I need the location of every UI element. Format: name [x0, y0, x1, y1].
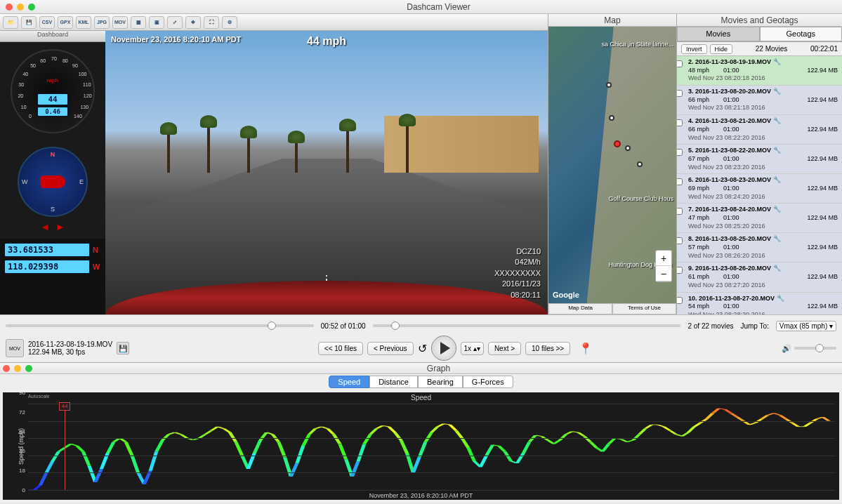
volume-slider[interactable] — [794, 347, 836, 350]
graph-tab-distance[interactable]: Distance — [369, 376, 418, 388]
open-folder-icon[interactable]: 📁 — [3, 16, 18, 29]
graph-x-axis-label: November 23, 2016 8:20:10 AM PDT — [3, 492, 839, 499]
graph-tab-gforces[interactable]: G-Forces — [463, 376, 513, 388]
tab-movies[interactable]: Movies — [677, 27, 760, 41]
movie-checkbox[interactable] — [677, 90, 683, 97]
svg-line-20 — [150, 451, 157, 470]
movie-list-item[interactable]: 7. 2016-11-23-08-24-20.MOV 🔧47 mph01:001… — [677, 204, 842, 233]
compass: N S E W ◄ ► — [0, 140, 105, 239]
svg-line-13 — [107, 442, 114, 453]
movie-duration: 01:00 — [723, 155, 807, 164]
map-viewport[interactable]: sa Chica ,in State larine... Golf Course… — [548, 27, 676, 303]
jumpto-select[interactable]: Vmax (85 mph) ▾ — [776, 321, 836, 331]
export-csv-button[interactable]: CSV — [39, 16, 55, 29]
graph-section-title: Graph — [38, 364, 839, 373]
close-icon[interactable] — [3, 365, 10, 372]
zoom-icon[interactable] — [28, 4, 35, 11]
wrench-icon[interactable]: 🔧 — [773, 117, 781, 126]
save-file-icon[interactable]: 💾 — [117, 342, 129, 354]
playback-rate-button[interactable]: 1x ▴▾ — [461, 342, 484, 355]
movie-list-item[interactable]: 2. 2016-11-23-08-19-19.MOV 🔧48 mph01:001… — [677, 56, 842, 86]
graph-tab-bearing[interactable]: Bearing — [418, 376, 463, 388]
tool-a-icon[interactable]: ▦ — [131, 16, 146, 29]
export-kml-button[interactable]: KML — [76, 16, 91, 29]
hide-button[interactable]: Hide — [710, 44, 733, 54]
time-scrubber[interactable] — [6, 324, 314, 327]
movie-list-item[interactable]: 10. 2016-11-23-08-27-20.MOV 🔧54 mph01:00… — [677, 293, 842, 315]
svg-line-16 — [126, 442, 132, 456]
play-button[interactable] — [431, 336, 456, 361]
movie-list-item[interactable]: 6. 2016-11-23-08-23-20.MOV 🔧69 mph01:001… — [677, 174, 842, 204]
map-zoom-in-button[interactable]: + — [656, 251, 671, 266]
graph-tab-speed[interactable]: Speed — [329, 376, 369, 388]
file-type-icon: MOV — [6, 339, 24, 357]
fullscreen-icon[interactable]: ⛶ — [204, 16, 219, 29]
current-file-name: 2016-11-23-08-19-19.MOV — [28, 340, 112, 348]
movie-checkbox[interactable] — [677, 149, 683, 156]
next-button[interactable]: Next > — [488, 342, 521, 355]
undo-icon[interactable]: ↺ — [418, 342, 427, 355]
movie-checkbox[interactable] — [677, 178, 683, 185]
export-gpx-button[interactable]: GPX — [58, 16, 73, 29]
map-terms-button[interactable]: Terms of Use — [612, 303, 676, 314]
wrench-icon[interactable]: 🔧 — [773, 58, 781, 67]
geotag-pin-icon[interactable]: 📍 — [579, 342, 593, 355]
movie-checkbox[interactable] — [677, 119, 683, 126]
movie-list-item[interactable]: 3. 2016-11-23-08-20-20.MOV 🔧66 mph01:001… — [677, 86, 842, 115]
map-zoom-out-button[interactable]: − — [656, 266, 671, 281]
movie-checkbox[interactable] — [677, 237, 683, 244]
svg-line-88 — [566, 432, 572, 435]
settings-gear-icon[interactable]: ⚙ — [222, 16, 237, 29]
volume-icon[interactable]: 🔊 — [782, 344, 791, 353]
svg-line-109 — [695, 423, 701, 426]
svg-line-94 — [603, 444, 609, 451]
wrench-icon[interactable]: 🔧 — [773, 147, 781, 155]
movie-name: 6. 2016-11-23-08-23-20.MOV — [688, 176, 771, 185]
window-traffic-lights[interactable] — [6, 4, 35, 11]
movies-list[interactable]: 2. 2016-11-23-08-19-19.MOV 🔧48 mph01:001… — [677, 56, 842, 314]
wrench-icon[interactable]: 🔧 — [773, 235, 781, 244]
wrench-icon[interactable]: 🔧 — [773, 88, 781, 96]
minimize-icon[interactable] — [17, 4, 24, 11]
latitude-readout: 33.681533 — [4, 243, 90, 257]
movie-list-item[interactable]: 5. 2016-11-23-08-22-20.MOV 🔧67 mph01:001… — [677, 145, 842, 174]
close-icon[interactable] — [6, 4, 13, 11]
movie-scrubber[interactable] — [373, 324, 681, 327]
svg-line-54 — [358, 444, 364, 461]
jumpto-label: Jump To: — [740, 322, 768, 330]
move-icon[interactable]: ✥ — [185, 16, 201, 29]
zoom-icon[interactable] — [25, 365, 32, 372]
movie-checkbox[interactable] — [677, 297, 683, 304]
svg-line-1 — [34, 485, 41, 490]
movie-list-item[interactable]: 8. 2016-11-23-08-25-20.MOV 🔧57 mph01:001… — [677, 233, 842, 263]
svg-line-2 — [40, 472, 46, 485]
save-icon[interactable]: 💾 — [21, 16, 37, 29]
previous-button[interactable]: < Previous — [367, 342, 414, 355]
map-data-button[interactable]: Map Data — [548, 303, 612, 314]
tool-b-icon[interactable]: ▣ — [149, 16, 164, 29]
speedo-tick: 140 — [72, 114, 84, 119]
wrench-icon[interactable]: 🔧 — [773, 176, 781, 185]
export-mov-button[interactable]: MOV — [112, 16, 128, 29]
movie-list-item[interactable]: 4. 2016-11-23-08-21-20.MOV 🔧66 mph01:001… — [677, 115, 842, 145]
video-player[interactable]: November 23, 2016 8:20:10 AM PDT 44 mph … — [105, 31, 548, 314]
movie-list-item[interactable]: 9. 2016-11-23-08-26-20.MOV 🔧61 mph01:001… — [677, 263, 842, 292]
invert-button[interactable]: Invert — [681, 44, 707, 54]
movie-checkbox[interactable] — [677, 208, 683, 215]
graph-canvas[interactable]: Autoscale Speed Speed (mph) 01836547290 … — [3, 392, 839, 500]
minimize-icon[interactable] — [14, 365, 21, 372]
movie-size: 122.94 MB — [807, 244, 838, 252]
speed-readout: 44 — [37, 93, 68, 105]
wrench-icon[interactable]: 🔧 — [777, 295, 784, 303]
movie-name: 7. 2016-11-23-08-24-20.MOV — [688, 206, 771, 214]
wrench-icon[interactable]: 🔧 — [773, 265, 781, 273]
forward-10-files-button[interactable]: 10 files >> — [525, 342, 570, 355]
back-10-files-button[interactable]: << 10 files — [318, 342, 363, 355]
tab-geotags[interactable]: Geotags — [760, 27, 843, 41]
speedo-tick: 130 — [79, 105, 90, 110]
wrench-icon[interactable]: 🔧 — [773, 206, 781, 214]
movie-checkbox[interactable] — [677, 60, 683, 67]
export-jpg-button[interactable]: JPG — [94, 16, 110, 29]
movie-checkbox[interactable] — [677, 267, 683, 274]
resize-icon[interactable]: ⤢ — [167, 16, 183, 29]
